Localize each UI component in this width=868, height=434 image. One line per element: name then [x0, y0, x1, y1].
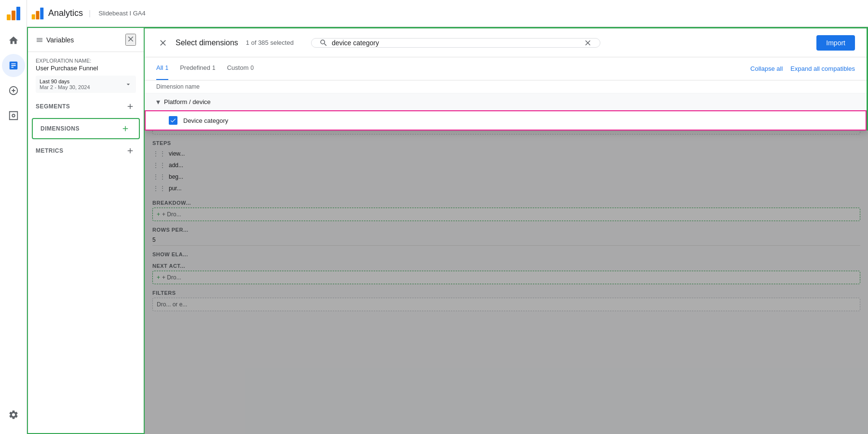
import-button[interactable]: Import: [816, 35, 855, 51]
nav-rail: [0, 0, 27, 434]
segments-label: SEGMENTS: [36, 103, 70, 110]
nav-home[interactable]: [2, 29, 25, 52]
nav-advertising[interactable]: [2, 104, 25, 127]
modal-actions-right: Collapse all Expand all compatibles: [750, 65, 855, 72]
metrics-label: METRICS: [36, 147, 64, 154]
panel-close-button[interactable]: [125, 34, 136, 46]
exploration-name-section: EXPLORATION NAME: User Purchase Funnel L…: [28, 52, 144, 97]
search-input[interactable]: [332, 39, 580, 47]
nav-reports[interactable]: [2, 54, 25, 77]
tab-custom[interactable]: Custom 0: [227, 57, 254, 80]
dimensions-row: DIMENSIONS: [33, 119, 139, 138]
chevron-down-icon: [124, 80, 132, 88]
add-segment-button[interactable]: [124, 101, 136, 112]
select-dimensions-modal: Select dimensions 1 of 385 selected Impo…: [145, 27, 868, 131]
exploration-name-label: EXPLORATION NAME:: [36, 58, 136, 64]
date-range-value: Mar 2 - May 30, 2024: [40, 84, 90, 90]
tab-predefined-label: Predefined: [180, 64, 210, 71]
dimensions-label: DIMENSIONS: [41, 125, 80, 132]
svg-rect-2: [16, 7, 20, 20]
variables-icon: [36, 36, 43, 44]
svg-rect-0: [7, 14, 11, 20]
dimensions-section: DIMENSIONS: [32, 118, 140, 139]
nav-explore[interactable]: [2, 79, 25, 102]
group-chevron-icon: ▾: [156, 97, 160, 106]
modal-tabs: All 1 Predefined 1 Custom 0 Collapse: [145, 57, 867, 80]
tab-all-count: 1: [165, 65, 168, 71]
search-icon: [319, 39, 328, 47]
modal-title: Select dimensions: [176, 39, 238, 47]
add-metrics-button[interactable]: [124, 145, 136, 157]
nav-settings[interactable]: [2, 403, 25, 426]
panel-header: Variables: [28, 28, 144, 52]
device-category-label: Device category: [183, 117, 228, 124]
svg-point-4: [12, 114, 15, 117]
svg-rect-5: [32, 14, 35, 19]
modal-header-row: Select dimensions 1 of 385 selected Impo…: [145, 28, 867, 57]
add-dimension-button[interactable]: [120, 123, 131, 134]
app-name: Analytics: [48, 8, 83, 18]
tab-all-label: All: [156, 64, 163, 71]
search-clear-button[interactable]: [583, 39, 592, 47]
svg-rect-6: [36, 11, 40, 19]
dimension-device-category[interactable]: Device category: [145, 110, 867, 131]
group-name: Platform / device: [164, 98, 211, 105]
main-area: Variables EXPLORATION NAME: User Purchas…: [27, 27, 868, 434]
group-platform-device[interactable]: ▾ Platform / device: [145, 93, 867, 110]
tab-predefined-count: 1: [212, 65, 216, 71]
tab-custom-count: 0: [251, 65, 254, 71]
panel-title: Variables: [36, 36, 74, 44]
date-range-label: Last 90 days: [40, 79, 90, 84]
content-area: Setti... TECHNIQUE Funnel... VISUALIZA..…: [145, 27, 868, 434]
tab-predefined[interactable]: Predefined 1: [180, 57, 216, 80]
metrics-row: METRICS: [28, 141, 144, 160]
dimension-name-header: Dimension name: [145, 80, 867, 93]
modal-body: Dimension name ▾ Platform / device Devic…: [145, 80, 867, 131]
expand-all-button[interactable]: Expand all compatibles: [790, 65, 855, 72]
variables-panel: Variables EXPLORATION NAME: User Purchas…: [27, 27, 145, 434]
app-header: Analytics | Slidebeast I GA4: [0, 0, 868, 27]
modal-subtitle: 1 of 385 selected: [246, 39, 294, 46]
svg-rect-1: [12, 11, 15, 20]
modal-search-box[interactable]: [311, 38, 600, 48]
collapse-all-button[interactable]: Collapse all: [750, 65, 783, 72]
header-logo-icon: [31, 7, 44, 20]
segments-row: SEGMENTS: [28, 97, 144, 116]
app-logo: [0, 0, 27, 27]
tab-custom-label: Custom: [227, 64, 249, 71]
svg-rect-7: [40, 7, 43, 19]
device-category-checkbox[interactable]: [169, 116, 177, 125]
tab-all[interactable]: All 1: [156, 57, 168, 80]
modal-close-button[interactable]: [156, 36, 170, 50]
date-range-row[interactable]: Last 90 days Mar 2 - May 30, 2024: [36, 76, 136, 93]
modal-overlay: Select dimensions 1 of 385 selected Impo…: [145, 27, 868, 434]
account-name: Slidebeast I GA4: [98, 10, 146, 17]
exploration-name-value: User Purchase Funnel: [36, 65, 136, 72]
